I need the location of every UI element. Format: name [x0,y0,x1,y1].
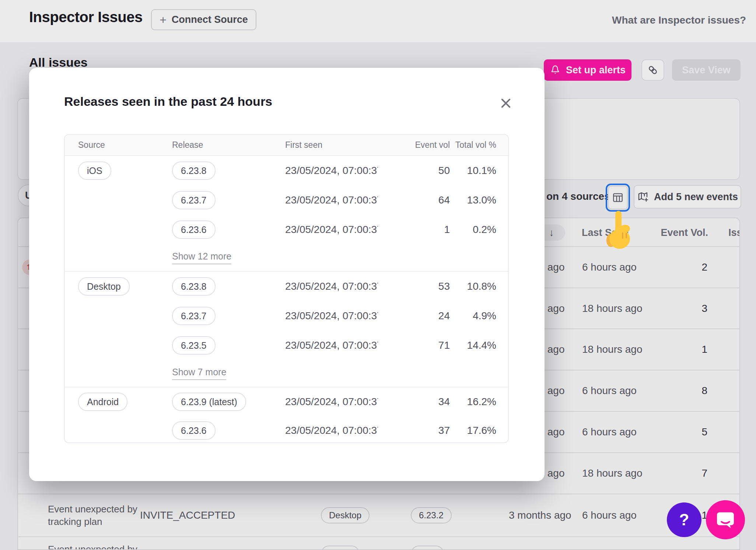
inspector-issues-page: Inspector Issues + Connect Source What a… [0,0,756,550]
first-seen-cell: 23/05/2024, 07:00:37 [285,301,378,331]
show-more-link[interactable]: Show 12 more [172,251,231,264]
release-badge: 6.23.7 [172,191,216,209]
release-badge: 6.23.8 [172,277,216,296]
release-row: 6.23.7 23/05/2024, 07:00:37 24 4.9% [65,301,508,331]
col-total-pct: Total vol % [423,135,496,155]
release-badge: 6.23.8 [172,161,216,180]
total-pct-cell: 17.6% [423,416,496,443]
col-release: Release [172,135,203,155]
releases-modal: Releases seen in the past 24 hours Sourc… [29,68,545,481]
total-pct-cell: 0.2% [423,215,496,244]
releases-table-header: Source Release First seen Event vol Tota… [65,135,508,156]
first-seen-cell: 23/05/2024, 07:00:37 [285,387,378,416]
first-seen-cell: 23/05/2024, 07:00:37 [285,156,378,185]
release-badge: 6.23.6 [172,421,216,440]
help-launcher-button[interactable]: ? [667,502,701,537]
source-badge: iOS [78,161,111,180]
release-section-desktop: Desktop 6.23.8 23/05/2024, 07:00:37 53 1… [65,272,508,387]
intercom-chat-button[interactable] [706,500,745,539]
total-pct-cell: 13.0% [423,185,496,215]
release-row: 6.23.6 23/05/2024, 07:00:37 37 17.6% [65,416,508,443]
release-row: 6.23.7 23/05/2024, 07:00:37 64 13.0% [65,185,508,215]
release-badge: 6.23.9 (latest) [172,393,246,411]
modal-title: Releases seen in the past 24 hours [64,94,272,109]
first-seen-cell: 23/05/2024, 07:00:37 [285,416,378,443]
release-row: Desktop 6.23.8 23/05/2024, 07:00:37 53 1… [65,272,508,301]
total-pct-cell: 16.2% [423,387,496,416]
total-pct-cell: 10.1% [423,156,496,185]
release-badge: 6.23.5 [172,336,216,355]
total-pct-cell: 4.9% [423,301,496,331]
release-row: 6.23.6 23/05/2024, 07:00:37 1 0.2% [65,215,508,244]
first-seen-cell: 23/05/2024, 07:00:37 [285,215,378,244]
close-icon [500,97,512,109]
total-pct-cell: 14.4% [423,331,496,360]
first-seen-cell: 23/05/2024, 07:00:37 [285,272,378,301]
release-section-android: Android 6.23.9 (latest) 23/05/2024, 07:0… [65,387,508,443]
first-seen-cell: 23/05/2024, 07:00:37 [285,185,378,215]
source-badge: Android [78,393,127,411]
show-more-link[interactable]: Show 7 more [172,367,226,380]
chat-bubble-icon [715,510,735,530]
col-source: Source [78,135,105,155]
col-first-seen: First seen [285,135,378,155]
question-mark-icon: ? [679,511,689,529]
release-badge: 6.23.7 [172,307,216,325]
releases-table: Source Release First seen Event vol Tota… [64,134,509,443]
first-seen-cell: 23/05/2024, 07:00:37 [285,331,378,360]
total-pct-cell: 10.8% [423,272,496,301]
annotation-focus-ring [606,184,630,212]
source-badge: Desktop [78,277,130,296]
release-row: Android 6.23.9 (latest) 23/05/2024, 07:0… [65,387,508,416]
release-badge: 6.23.6 [172,220,216,239]
modal-close-button[interactable] [498,95,514,111]
release-section-ios: iOS 6.23.8 23/05/2024, 07:00:37 50 10.1%… [65,156,508,272]
release-row: 6.23.5 23/05/2024, 07:00:37 71 14.4% [65,331,508,360]
release-row: iOS 6.23.8 23/05/2024, 07:00:37 50 10.1% [65,156,508,185]
pointing-hand-cursor-icon [604,211,634,249]
